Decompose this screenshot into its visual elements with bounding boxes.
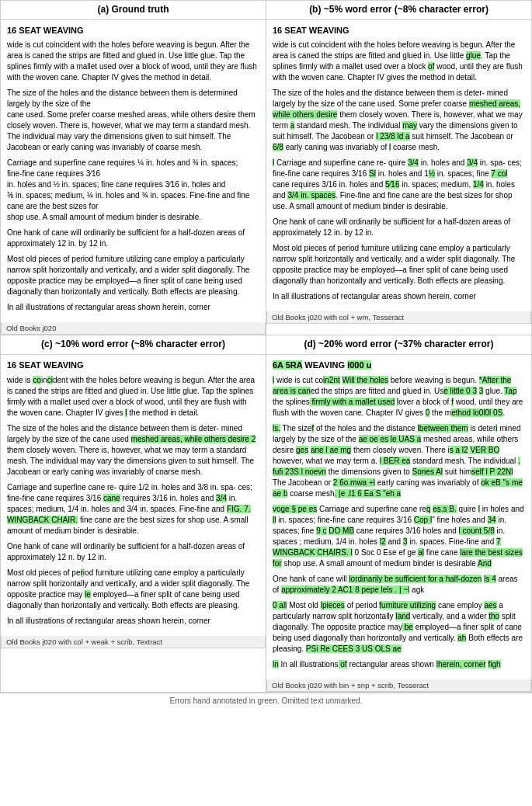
panel-d-p3: voge § pe es Carriage and superfine cane… [273,504,525,569]
err-b-2: of [428,62,434,71]
err-d-2: in2nt [323,376,340,384]
panel-d-p4: One hank of cane will lordinarily be suf… [273,574,525,596]
top-row: (a) Ground truth 16 SEAT WEAVING wide is… [0,0,532,335]
panel-d-label: Old Books j020 with bin + snp + scrib, T… [266,679,531,692]
err-d-28: . |e .l1 6 Ea S "eh a [335,489,402,498]
err-c-9: le [85,590,91,599]
err-d-52: land [395,612,410,620]
panel-b-label: Old Books j020 with col + wm, Tesseract [266,311,531,324]
err-d-26: 2 6o.mwa +l [333,478,375,487]
err-d-59: lherein, corner [436,660,486,669]
err-d-12: ethod lo0l0l 0S [451,408,502,417]
err-b-16: 1/4 [473,180,484,189]
err-c-2: ci [47,376,53,384]
panel-c-p4: One hank of cane will ordinarily be suff… [7,541,259,563]
err-d-48: 0 all [273,601,287,610]
panel-b-content: 16 SEAT WEAVING wide is cut coincident w… [266,19,531,311]
err-c-3: l [125,408,127,417]
err-d-1: l [273,376,274,384]
footer-note: Errors hand annotated in green. Omitted … [0,693,532,708]
panel-b-p6: In all illustrations of rectangular area… [273,291,525,302]
err-b-12: Sl [369,169,376,178]
err-b-17: 3/4 in. spaces [287,191,336,200]
bottom-row: (c) ~10% word error (~8% character error… [0,335,532,692]
err-b-15: 5⁄16 [385,180,399,189]
err-d-50: furniture utilizing [379,601,436,610]
panel-c-p1: wide is coincident with the holes before… [7,375,259,419]
err-d-8: firmly with a mallet used [310,398,395,406]
err-d-47: approximately 2 AC1 8 pepe lels . | ~l [281,585,409,594]
err-d-55: ah [457,634,466,642]
err-c-6: 3/4 [216,494,227,502]
panel-c-p2: The size of the holes and the distance b… [7,423,259,478]
err-b-13: ½ [429,169,435,178]
err-d-h1: 6A 5RA [273,360,302,370]
panel-a-label: Old Books j020 [1,322,266,335]
err-d-11: 0 [426,408,430,417]
err-d-20: s a l2 [450,446,468,454]
panel-b-p1: wide is cut coincident with the holes be… [273,40,525,83]
panel-a-p6: In all illustrations of rectangular area… [7,302,259,313]
err-d-19: ane l ae mg [311,446,351,454]
err-d-40: 3 [403,537,408,546]
panel-a-p5: Most old pieces of period furniture util… [7,254,259,297]
panel-d-heading: 6A 5RA WEAVING l000 u [273,360,525,371]
err-c-5: cane [103,494,120,502]
err-d-18: ges [296,446,308,454]
err-d-h2: l000 u [347,360,371,370]
err-d-58: of [339,660,347,669]
err-b-14: 7 col [491,169,507,178]
err-d-22: l BER ea [380,457,410,465]
panel-a-p3: Carriage and superfine cane requires ¼ i… [7,158,259,223]
panel-c-p5: Most old pieces of period furniture util… [7,568,259,611]
err-d-14: f [311,424,314,433]
main-container: (a) Ground truth 16 SEAT WEAVING wide is… [0,0,532,708]
err-d-49: lpieces [321,601,345,610]
panel-b-heading: 16 SEAT WEAVING [273,25,525,36]
err-d-60: figh [488,660,500,669]
err-b-4: a [290,121,295,130]
err-d-15: lbetween them [418,424,468,433]
err-d-9: l [397,398,398,406]
err-d-36: 9 c [316,526,326,535]
panel-a-p2: The size of the holes and the distance b… [7,88,259,153]
err-b-7: 6/8 [273,143,283,151]
panel-c-content: 16 SEAT WEAVING wide is coincident with … [1,354,266,635]
err-d-29: voge § pe es [273,505,317,513]
err-d-54: be [402,623,413,631]
err-d-16: i [495,424,497,433]
panel-d-title: (d) ~20% word error (~37% character erro… [266,335,531,354]
err-d-31: es.s B. [433,505,457,513]
err-d-17: ae oe es le UAS a [359,435,422,443]
err-d-5: e little 0 3 [443,387,477,395]
panel-a-content: 16 SEAT WEAVING wide is cut coincident w… [1,19,266,322]
err-d-13: ls. [273,424,280,433]
err-d-53: tho [489,612,499,620]
err-d-30: q [426,505,431,513]
err-d-38: l count 5/8 [459,526,495,535]
panel-a-title: (a) Ground truth [1,1,266,19]
err-c-4: meshed areas, while others desire 2 [131,435,256,443]
panel-c-heading: 16 SEAT WEAVING [7,360,259,371]
err-d-24: Sones Al [412,467,443,476]
err-b-8: l [389,143,391,151]
err-d-6: 3 [479,387,484,395]
panel-d-content: 6A 5RA WEAVING l000 u l wide is cut coin… [266,354,531,679]
panel-b-p3: l Carriage and superfine cane re- quire … [273,158,525,212]
err-d-44: And [478,559,492,568]
panel-b-p4: One hank of cane will ordinarily be suff… [273,217,525,238]
err-d-25: self l P 22Nl [471,467,513,476]
err-d-46: ls 4 [484,575,496,583]
err-d-3: Will the holes [342,376,388,384]
err-d-39: l2 [380,537,386,546]
err-d-34: Cop l [414,516,432,524]
err-b-5: may [402,121,417,130]
err-d-7: Tap [504,387,516,395]
panel-c-title: (c) ~10% word error (~8% character error… [1,335,266,354]
err-b-6: l 23/8 ld a [376,132,409,141]
err-d-42: al [418,548,424,557]
err-d-10: f [451,398,454,406]
err-b-1: glue [466,51,481,60]
err-b-3: meshed areas, while others desire [273,99,520,119]
err-c-1: co [33,376,41,384]
